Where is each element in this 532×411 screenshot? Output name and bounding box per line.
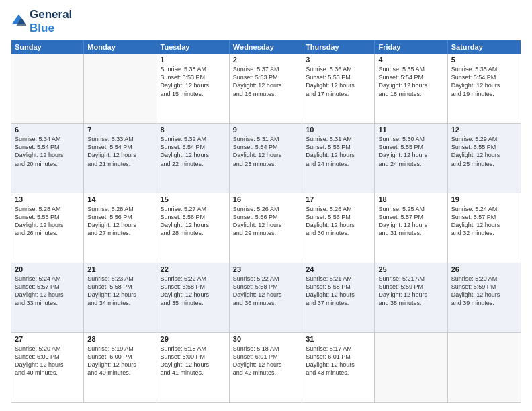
cell-line: Sunset: 5:55 PM [15, 213, 80, 221]
empty-cell [375, 333, 447, 402]
cell-line: and 43 minutes. [306, 369, 371, 377]
cell-line: Sunrise: 5:22 AM [233, 275, 298, 283]
cell-line: Sunset: 5:54 PM [161, 143, 226, 151]
cell-line: and 30 minutes. [306, 229, 371, 237]
cell-line: Sunrise: 5:18 AM [161, 345, 226, 353]
cell-line: Sunrise: 5:31 AM [233, 135, 298, 143]
day-number: 26 [451, 265, 517, 273]
cell-line: Sunset: 5:56 PM [161, 213, 226, 221]
day-number: 13 [15, 195, 80, 203]
cell-line: Sunrise: 5:17 AM [306, 345, 371, 353]
day-cell-18: 18Sunrise: 5:25 AMSunset: 5:57 PMDayligh… [375, 193, 447, 263]
cell-line: and 16 minutes. [233, 90, 298, 98]
cell-line: Sunset: 5:59 PM [451, 283, 517, 291]
day-cell-28: 28Sunrise: 5:19 AMSunset: 6:00 PMDayligh… [84, 333, 157, 402]
day-cell-27: 27Sunrise: 5:20 AMSunset: 6:00 PMDayligh… [11, 333, 84, 402]
week-row-1: 1Sunrise: 5:38 AMSunset: 5:53 PMDaylight… [11, 54, 521, 123]
day-number: 10 [306, 126, 371, 134]
cell-line: and 38 minutes. [378, 299, 443, 307]
cell-line: Sunset: 5:59 PM [378, 283, 443, 291]
day-number: 25 [378, 265, 443, 273]
cell-line: Daylight: 12 hours [378, 221, 443, 229]
cell-line: Sunset: 5:57 PM [378, 213, 443, 221]
week-row-5: 27Sunrise: 5:20 AMSunset: 6:00 PMDayligh… [11, 332, 521, 402]
day-cell-19: 19Sunrise: 5:24 AMSunset: 5:57 PMDayligh… [448, 193, 521, 263]
cell-line: Daylight: 12 hours [378, 81, 443, 89]
cell-line: and 34 minutes. [87, 299, 152, 307]
cell-line: Sunrise: 5:31 AM [306, 135, 371, 143]
cell-line: Daylight: 12 hours [233, 291, 298, 299]
cell-line: Daylight: 12 hours [306, 291, 371, 299]
day-number: 28 [87, 335, 152, 343]
day-number: 29 [161, 335, 226, 343]
day-cell-29: 29Sunrise: 5:18 AMSunset: 6:00 PMDayligh… [157, 333, 230, 402]
day-number: 14 [87, 195, 152, 203]
day-number: 20 [15, 265, 80, 273]
day-number: 7 [87, 126, 152, 134]
cell-line: and 40 minutes. [87, 369, 152, 377]
cell-line: Daylight: 12 hours [15, 221, 80, 229]
header-day-friday: Friday [375, 40, 447, 54]
cell-line: Sunrise: 5:21 AM [306, 275, 371, 283]
cell-line: Sunrise: 5:33 AM [87, 135, 152, 143]
page: General Blue SundayMondayTuesdayWednesda… [0, 0, 532, 411]
cell-line: and 21 minutes. [87, 160, 152, 168]
day-cell-17: 17Sunrise: 5:26 AMSunset: 5:56 PMDayligh… [302, 193, 375, 263]
cell-line: and 26 minutes. [15, 229, 80, 237]
cell-line: Daylight: 12 hours [306, 221, 371, 229]
cell-line: and 36 minutes. [233, 299, 298, 307]
day-number: 12 [451, 126, 517, 134]
cell-line: Sunrise: 5:36 AM [306, 65, 371, 73]
cell-line: Sunrise: 5:20 AM [451, 275, 517, 283]
day-cell-23: 23Sunrise: 5:22 AMSunset: 5:58 PMDayligh… [230, 263, 302, 332]
cell-line: Sunset: 5:54 PM [451, 73, 517, 81]
calendar-header: SundayMondayTuesdayWednesdayThursdayFrid… [11, 40, 521, 54]
cell-line: Sunset: 5:55 PM [306, 143, 371, 151]
day-number: 15 [161, 195, 226, 203]
day-cell-13: 13Sunrise: 5:28 AMSunset: 5:55 PMDayligh… [11, 193, 84, 263]
cell-line: Daylight: 12 hours [451, 291, 517, 299]
day-number: 21 [87, 265, 152, 273]
cell-line: Daylight: 12 hours [306, 81, 371, 89]
cell-line: and 31 minutes. [378, 229, 443, 237]
cell-line: Sunrise: 5:29 AM [451, 135, 517, 143]
cell-line: Daylight: 12 hours [451, 81, 517, 89]
day-cell-3: 3Sunrise: 5:36 AMSunset: 5:53 PMDaylight… [302, 54, 375, 123]
day-cell-30: 30Sunrise: 5:18 AMSunset: 6:01 PMDayligh… [230, 333, 302, 402]
cell-line: Sunset: 5:53 PM [233, 73, 298, 81]
day-number: 22 [161, 265, 226, 273]
cell-line: Sunset: 5:58 PM [233, 283, 298, 291]
day-number: 19 [451, 195, 517, 203]
day-cell-14: 14Sunrise: 5:28 AMSunset: 5:56 PMDayligh… [84, 193, 157, 263]
cell-line: Sunset: 6:00 PM [161, 353, 226, 361]
day-cell-5: 5Sunrise: 5:35 AMSunset: 5:54 PMDaylight… [448, 54, 521, 123]
header-day-monday: Monday [84, 40, 157, 54]
day-number: 3 [306, 56, 371, 64]
cell-line: Daylight: 12 hours [161, 291, 226, 299]
cell-line: Sunrise: 5:18 AM [233, 345, 298, 353]
cell-line: and 15 minutes. [161, 90, 226, 98]
cell-line: and 23 minutes. [233, 160, 298, 168]
cell-line: and 19 minutes. [451, 90, 517, 98]
cell-line: Sunrise: 5:20 AM [15, 345, 80, 353]
cell-line: Sunset: 5:54 PM [15, 143, 80, 151]
cell-line: Daylight: 12 hours [161, 81, 226, 89]
cell-line: and 41 minutes. [161, 369, 226, 377]
week-row-4: 20Sunrise: 5:24 AMSunset: 5:57 PMDayligh… [11, 263, 521, 332]
cell-line: Daylight: 12 hours [87, 221, 152, 229]
day-number: 11 [378, 126, 443, 134]
cell-line: Daylight: 12 hours [87, 151, 152, 159]
cell-line: Sunrise: 5:28 AM [15, 205, 80, 213]
cell-line: Daylight: 12 hours [378, 291, 443, 299]
cell-line: Sunset: 5:56 PM [233, 213, 298, 221]
cell-line: Daylight: 12 hours [161, 151, 226, 159]
cell-line: Sunrise: 5:24 AM [15, 275, 80, 283]
cell-line: Sunset: 6:01 PM [306, 353, 371, 361]
logo-text: General Blue [30, 8, 72, 34]
header: General Blue [11, 8, 521, 34]
cell-line: Daylight: 12 hours [87, 291, 152, 299]
week-row-2: 6Sunrise: 5:34 AMSunset: 5:54 PMDaylight… [11, 123, 521, 193]
day-cell-8: 8Sunrise: 5:32 AMSunset: 5:54 PMDaylight… [157, 124, 230, 193]
day-number: 23 [233, 265, 298, 273]
cell-line: Daylight: 12 hours [233, 221, 298, 229]
